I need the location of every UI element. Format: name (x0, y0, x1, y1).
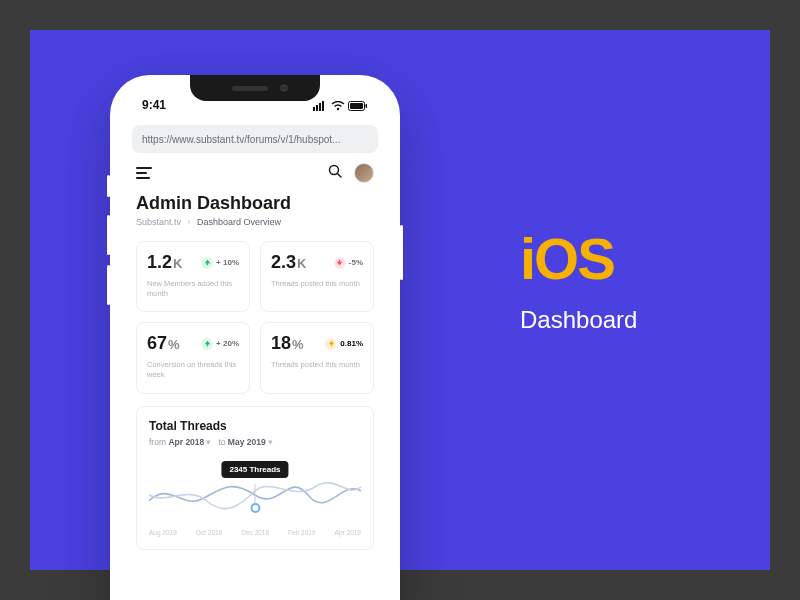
chart-total-threads: Total Threads from Apr 2018▾ to May 2019… (136, 406, 374, 550)
arrow-up-icon (201, 257, 213, 269)
search-icon[interactable] (328, 164, 342, 182)
chart-title: Total Threads (149, 419, 361, 433)
stat-card-threads-posted[interactable]: 2.3K -5% Threads posted this month (260, 241, 374, 312)
chart-highlight-dot[interactable] (250, 503, 260, 513)
stat-card-threads-month[interactable]: 18% 0.81% Threads posted this month (260, 322, 374, 393)
chart-to[interactable]: May 2019 (228, 437, 266, 447)
breadcrumb-current: Dashboard Overview (197, 217, 281, 227)
stat-card-new-members[interactable]: 1.2K + 10% New Members added this month (136, 241, 250, 312)
svg-rect-1 (316, 105, 318, 111)
chart-range: from Apr 2018▾ to May 2019▾ (149, 437, 361, 447)
chevron-down-icon[interactable]: ▾ (268, 437, 273, 447)
svg-rect-2 (319, 103, 321, 111)
chevron-right-icon: › (188, 217, 191, 227)
signal-icon (313, 101, 327, 111)
status-icons (313, 98, 368, 112)
chart-tooltip: 2345 Threads (221, 461, 288, 478)
svg-point-4 (336, 108, 338, 110)
arrow-up-icon (325, 338, 337, 350)
battery-icon (348, 101, 368, 111)
svg-rect-0 (313, 107, 315, 111)
menu-icon[interactable] (136, 167, 152, 179)
status-time: 9:41 (142, 98, 166, 112)
headline-title: iOS (520, 230, 637, 288)
url-text: https://www.substant.tv/forums/v/1/hubsp… (142, 134, 340, 145)
headline-subtitle: Dashboard (520, 306, 637, 334)
delta-down: -5% (334, 257, 363, 269)
arrow-down-icon (334, 257, 346, 269)
url-bar[interactable]: https://www.substant.tv/forums/v/1/hubsp… (132, 125, 378, 153)
delta-up: + 20% (201, 338, 239, 350)
chart-xaxis: Aug 2018 Oct 2018 Dec 2018 Feb 2019 Apr … (149, 529, 361, 536)
breadcrumb: Substant.tv › Dashboard Overview (136, 217, 374, 227)
svg-line-9 (338, 174, 342, 178)
delta-up: + 10% (201, 257, 239, 269)
svg-rect-3 (322, 101, 324, 111)
delta-neutral: 0.81% (325, 338, 363, 350)
breadcrumb-root[interactable]: Substant.tv (136, 217, 181, 227)
avatar[interactable] (354, 163, 374, 183)
chart-from[interactable]: Apr 2018 (168, 437, 204, 447)
chevron-down-icon[interactable]: ▾ (206, 437, 211, 447)
svg-rect-7 (366, 104, 368, 108)
phone-device: 9:41 https://www.substant.tv/forums/v/1/… (110, 75, 400, 600)
chart-tooltip-marker: 2345 Threads (221, 461, 288, 513)
notch (190, 75, 320, 101)
page-title: Admin Dashboard (136, 193, 374, 214)
stat-card-conversion[interactable]: 67% + 20% Conversion on threads this wee… (136, 322, 250, 393)
svg-rect-6 (350, 103, 363, 109)
wifi-icon (331, 101, 345, 111)
arrow-up-icon (201, 338, 213, 350)
